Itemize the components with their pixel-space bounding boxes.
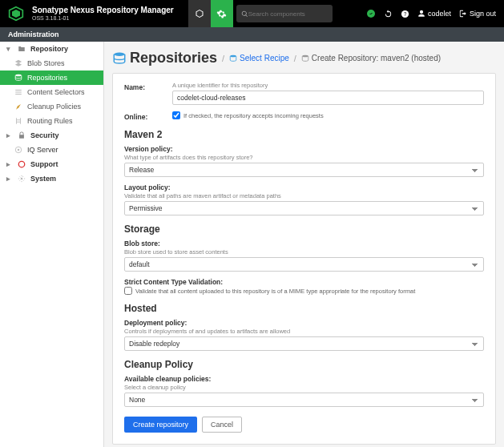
lock-icon bbox=[18, 131, 26, 139]
svg-point-12 bbox=[302, 54, 308, 57]
cog-icon bbox=[18, 175, 26, 183]
route-icon bbox=[14, 117, 22, 125]
name-hint: A unique identifier for this repository bbox=[172, 82, 484, 89]
chevron-right-icon: ▸ bbox=[6, 131, 13, 139]
breadcrumb: Repositories / Select Recipe / Create Re… bbox=[112, 50, 496, 66]
cleanup-policies-label: Available cleanup policies: bbox=[124, 375, 484, 383]
breadcrumb-current: Create Repository: maven2 (hosted) bbox=[301, 54, 441, 62]
online-checkbox[interactable] bbox=[172, 111, 180, 119]
header-actions: ? codelet Sign out bbox=[366, 9, 504, 18]
layout-policy-label: Layout policy: bbox=[124, 183, 484, 191]
version-policy-select[interactable]: Release bbox=[124, 163, 484, 177]
layout-policy-select[interactable]: Permissive bbox=[124, 201, 484, 215]
sidebar-item-cleanup-policies[interactable]: Cleanup Policies bbox=[0, 99, 103, 114]
section-cleanup: Cleanup Policy bbox=[124, 359, 484, 370]
health-status-icon[interactable] bbox=[366, 9, 376, 18]
user-menu[interactable]: codelet bbox=[417, 10, 451, 18]
online-label: Online: bbox=[124, 111, 172, 121]
sidebar-group-system[interactable]: ▸ System bbox=[0, 171, 103, 186]
sidebar-item-iq-server[interactable]: IQ Server bbox=[0, 143, 103, 157]
layers-icon bbox=[14, 59, 22, 67]
nexus-logo-icon bbox=[5, 2, 27, 25]
help-button[interactable]: ? bbox=[401, 10, 409, 18]
page-title: Repositories bbox=[130, 50, 217, 66]
sidebar-item-routing-rules[interactable]: Routing Rules bbox=[0, 114, 103, 128]
search-input[interactable] bbox=[248, 10, 321, 18]
signout-button[interactable]: Sign out bbox=[459, 10, 496, 18]
strict-validation-hint: Validate that all content uploaded to th… bbox=[135, 288, 415, 295]
database-icon bbox=[14, 74, 22, 82]
version-policy-label: Version policy: bbox=[124, 145, 484, 153]
svg-point-9 bbox=[21, 178, 23, 180]
blob-store-label: Blob store: bbox=[124, 240, 484, 248]
cleanup-policies-hint: Select a cleanup policy bbox=[124, 384, 484, 391]
search-box[interactable] bbox=[236, 5, 333, 22]
create-repository-button[interactable]: Create repository bbox=[124, 417, 197, 433]
cancel-button[interactable]: Cancel bbox=[202, 417, 242, 433]
database-small-icon bbox=[301, 54, 309, 62]
app-header: Sonatype Nexus Repository Manager OSS 3.… bbox=[0, 0, 504, 27]
browse-mode-button[interactable] bbox=[188, 0, 211, 27]
sidebar-item-content-selectors[interactable]: Content Selectors bbox=[0, 85, 103, 99]
chevron-down-icon: ▾ bbox=[6, 45, 13, 53]
svg-point-5 bbox=[15, 74, 22, 77]
product-title-block: Sonatype Nexus Repository Manager OSS 3.… bbox=[32, 6, 174, 21]
product-name: Sonatype Nexus Repository Manager bbox=[32, 6, 174, 14]
section-storage: Storage bbox=[124, 224, 484, 235]
svg-point-11 bbox=[230, 54, 236, 57]
svg-text:?: ? bbox=[404, 10, 407, 16]
iq-icon bbox=[14, 146, 22, 154]
admin-section-bar: Administration bbox=[0, 27, 504, 42]
broom-icon bbox=[14, 103, 22, 111]
svg-point-8 bbox=[18, 161, 25, 167]
version-policy-hint: What type of artifacts does this reposit… bbox=[124, 154, 484, 161]
sidebar-group-repository[interactable]: ▾ Repository bbox=[0, 42, 103, 56]
chevron-right-icon: ▸ bbox=[6, 160, 13, 168]
form-panel: Name: A unique identifier for this repos… bbox=[112, 73, 496, 445]
search-icon bbox=[241, 10, 248, 18]
folder-icon bbox=[18, 45, 26, 53]
database-icon bbox=[112, 51, 127, 66]
deploy-policy-select[interactable]: Disable redeploy bbox=[124, 336, 484, 351]
signout-icon bbox=[459, 10, 467, 18]
user-icon bbox=[417, 10, 425, 18]
database-small-icon bbox=[229, 54, 237, 62]
section-hosted: Hosted bbox=[124, 303, 484, 314]
admin-mode-button[interactable] bbox=[211, 0, 233, 27]
main-content: Repositories / Select Recipe / Create Re… bbox=[104, 42, 504, 447]
strict-validation-label: Strict Content Type Validation: bbox=[124, 278, 484, 286]
product-version: OSS 3.18.1-01 bbox=[32, 15, 174, 21]
sidebar: ▾ Repository Blob Stores Repositories Co… bbox=[0, 42, 104, 447]
signout-label: Sign out bbox=[470, 10, 496, 18]
list-icon bbox=[14, 88, 22, 96]
strict-validation-checkbox[interactable] bbox=[124, 287, 132, 295]
deploy-policy-hint: Controls if deployments of and updates t… bbox=[124, 328, 484, 335]
blob-store-hint: Blob store used to store asset contents bbox=[124, 248, 484, 256]
name-input[interactable] bbox=[172, 91, 484, 105]
svg-point-7 bbox=[18, 149, 20, 151]
sidebar-item-blob-stores[interactable]: Blob Stores bbox=[0, 56, 103, 70]
sidebar-group-support[interactable]: ▸ Support bbox=[0, 157, 103, 171]
username-label: codelet bbox=[428, 10, 451, 18]
lifebuoy-icon bbox=[18, 160, 26, 168]
cleanup-policies-select[interactable]: None bbox=[124, 393, 484, 407]
breadcrumb-select-recipe[interactable]: Select Recipe bbox=[229, 54, 289, 62]
online-hint: If checked, the repository accepts incom… bbox=[183, 112, 324, 119]
refresh-button[interactable] bbox=[384, 10, 393, 18]
name-label: Name: bbox=[124, 82, 172, 91]
layout-policy-hint: Validate that all paths are maven artifa… bbox=[124, 192, 484, 199]
section-maven2: Maven 2 bbox=[124, 129, 484, 140]
svg-point-10 bbox=[114, 52, 125, 56]
deploy-policy-label: Deployment policy: bbox=[124, 319, 484, 327]
blob-store-select[interactable]: default bbox=[124, 257, 484, 272]
sidebar-group-security[interactable]: ▸ Security bbox=[0, 128, 103, 143]
chevron-right-icon: ▸ bbox=[6, 175, 13, 183]
sidebar-item-repositories[interactable]: Repositories bbox=[0, 70, 103, 85]
svg-marker-1 bbox=[12, 10, 20, 18]
